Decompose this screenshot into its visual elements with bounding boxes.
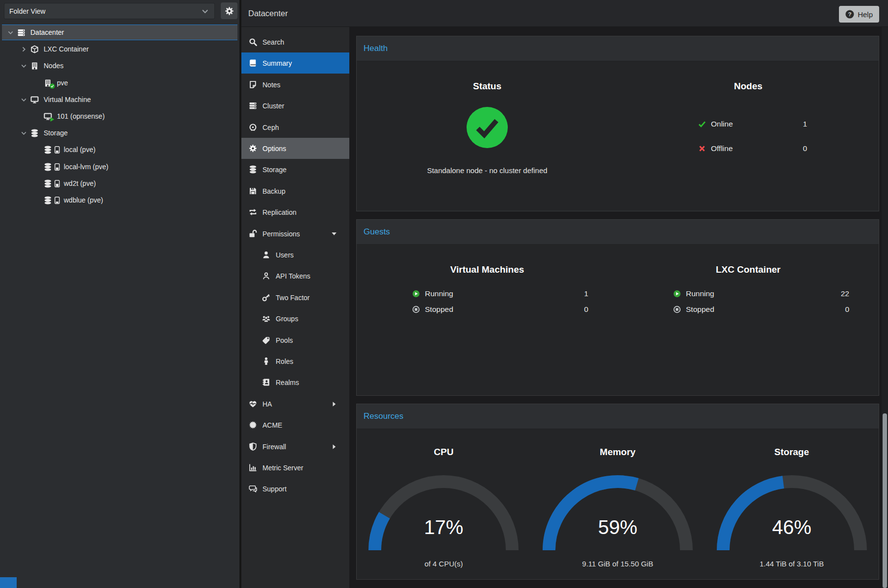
menu-item-label: Pools [276,336,293,344]
tree-item-storage[interactable]: Storage [2,125,237,141]
guest-status-label: Stopped [425,305,453,314]
guests-column-heading: LXC Container [618,264,879,275]
database-icon [42,179,53,188]
vertical-scrollbar-thumb[interactable] [883,413,887,588]
database-icon [247,165,259,174]
tree-item-label: Storage [44,129,68,137]
person-icon [260,357,272,366]
menu-item-acme[interactable]: ACME [241,414,349,435]
menu-item-support[interactable]: Support [241,478,349,499]
guest-status-rows: Running22Stopped0 [673,286,849,318]
menu-item-backup[interactable]: Backup [241,180,349,202]
floppy-icon [247,187,259,196]
question-circle-icon: ? [845,10,854,19]
menu-item-two-factor[interactable]: Two Factor [241,287,349,308]
menu-item-label: Users [276,251,294,259]
status-message: Standalone node - no cluster defined [357,166,618,175]
menu-item-cluster[interactable]: Cluster [241,95,349,116]
expander-open-icon[interactable] [5,28,16,37]
database-icon [29,128,40,137]
menu-item-metric-server[interactable]: Metric Server [241,457,349,478]
tree-item-nodes[interactable]: Nodes [2,58,237,74]
replication-icon [247,208,259,217]
expander-open-icon[interactable] [18,61,29,70]
tree-item-wdblue-pve[interactable]: wdblue (pve) [2,192,237,208]
guest-status-row-running: Running22 [673,286,849,301]
stop-circle-icon [412,306,422,314]
book-icon [247,59,259,68]
menu-item-label: Metric Server [262,464,303,472]
menu-item-notes[interactable]: Notes [241,74,349,95]
page-title: Datacenter [248,9,288,18]
gauge-percent: 17% [357,516,531,538]
menu-item-options[interactable]: Options [241,138,349,159]
guest-status-value: 22 [841,289,849,298]
tree-item-wd2t-pve[interactable]: wd2t (pve) [2,176,237,191]
guest-status-label: Running [425,289,453,298]
tree-settings-button[interactable] [221,2,237,19]
view-mode-select[interactable]: Folder View [4,3,215,19]
tree-item-virtual-machine[interactable]: Virtual Machine [2,92,237,107]
database-icon [42,145,53,154]
menu-item-storage[interactable]: Storage [241,159,349,180]
guest-status-row-stopped: Stopped0 [673,302,849,317]
guest-status-row-running: Running1 [412,286,588,301]
expander-open-icon[interactable] [18,95,29,104]
menu-item-ceph[interactable]: Ceph [241,117,349,138]
status-running-badge [50,117,55,122]
comments-icon [247,485,259,493]
menu-item-label: ACME [262,421,282,429]
tree-item-local-pve[interactable]: local (pve) [2,142,237,157]
status-ok-icon [465,105,509,150]
menu-item-ha[interactable]: HA [241,393,349,414]
storage-usage-icon [54,197,60,204]
menu-item-pools[interactable]: Pools [241,330,349,351]
user-icon [260,251,272,259]
menu-item-label: Groups [276,315,298,323]
menu-item-summary[interactable]: Summary [241,52,349,74]
tree-item-label: local (pve) [64,146,96,153]
tree-item-101-opnsense[interactable]: 101 (opnsense) [2,108,237,124]
guest-status-label: Running [686,289,714,298]
tree-item-datacenter[interactable]: Datacenter [2,25,237,40]
resource-tree-panel: Folder View DatacenterLXC ContainerNodes… [0,0,239,588]
gauge-label: CPU [357,447,531,458]
tree-item-local-lvm-pve[interactable]: local-lvm (pve) [2,159,237,175]
menu-item-firewall[interactable]: Firewall [241,436,349,457]
menu-item-label: Two Factor [276,294,310,302]
help-button[interactable]: ? Help [839,6,879,23]
node-status-row-online: Online1 [698,117,807,131]
expander-closed-icon[interactable] [18,45,29,53]
check-icon [698,120,708,128]
tree-item-pve[interactable]: pve [2,75,237,91]
guest-status-rows: Running1Stopped0 [412,286,588,318]
menu-item-label: Roles [276,358,293,365]
resources-panel-title: Resources [364,411,403,421]
menu-item-label: Search [262,38,284,46]
menu-item-realms[interactable]: Realms [241,372,349,393]
menu-item-users[interactable]: Users [241,244,349,265]
expander-spacer [31,179,42,188]
gauge-arc [534,472,701,560]
shield-icon [247,442,259,451]
menu-item-api-tokens[interactable]: API Tokens [241,265,349,286]
tree-item-label: pve [57,79,68,87]
menu-item-groups[interactable]: Groups [241,308,349,329]
menu-item-permissions[interactable]: Permissions [241,223,349,244]
node-status-label: Offline [711,144,733,153]
guests-panel-title: Guests [364,227,390,237]
menu-item-search[interactable]: Search [241,31,349,52]
caret-down-icon [331,230,338,237]
menu-item-roles[interactable]: Roles [241,351,349,372]
menu-item-label: Firewall [262,443,286,451]
tree-item-label: 101 (opnsense) [57,112,104,120]
resources-panel: Resources CPU17%of 4 CPU(s)Memory59%9.11… [356,404,879,580]
menu-item-replication[interactable]: Replication [241,202,349,223]
storage-usage-icon [54,146,60,153]
menu-item-label: Ceph [262,124,279,131]
tree-item-label: Virtual Machine [44,96,91,103]
resources-panel-header: Resources [357,404,879,429]
expander-open-icon[interactable] [18,128,29,137]
cube-icon [29,45,40,53]
tree-item-lxc-container[interactable]: LXC Container [2,41,237,57]
